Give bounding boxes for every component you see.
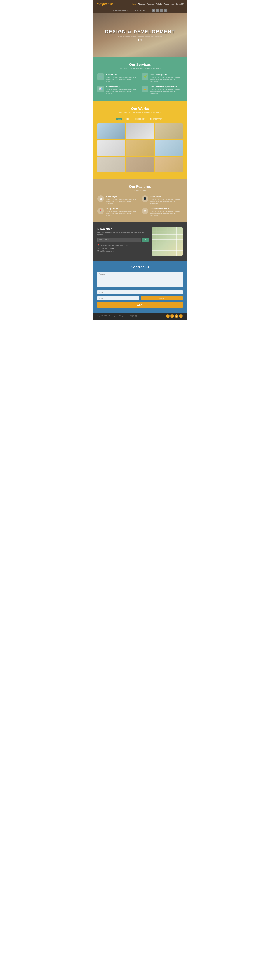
filter-all[interactable]: ALL (116, 118, 122, 121)
service-security-title: Web Security & Optimization (150, 86, 182, 88)
feature-images: 🖼 Free Images Quis autem vel eum iure re… (98, 196, 138, 204)
nav-home[interactable]: Home (132, 3, 136, 5)
submit-button[interactable]: Submit (141, 296, 182, 300)
newsletter-address: 📍 Newyork 500 Road, 756 gt global Place. (98, 244, 149, 246)
address-icon: 📍 (98, 244, 99, 246)
email-submit-row: Submit (98, 296, 182, 300)
service-marketing-title: Web Marketing (106, 86, 138, 88)
footer-linkedin-icon[interactable]: in (175, 314, 178, 318)
features-section: Our Features Some Key Points 🖼 Free Imag… (93, 178, 187, 223)
marketing-icon: 📊 (98, 86, 104, 92)
email-icon: ✉ (113, 10, 114, 11)
map-road-v1 (161, 227, 162, 256)
hero-content: DESIGN & DEVELOPMENT Lorem ipsum dolor s… (105, 29, 175, 41)
work-item-8[interactable] (126, 157, 154, 172)
map-road-h2 (152, 239, 182, 240)
navbar: Perspective Home About Us Features Portf… (93, 0, 187, 8)
service-webdev-title: Web Development (150, 73, 182, 76)
footer-social: f p in t (166, 314, 182, 318)
work-item-5[interactable] (126, 140, 154, 156)
hero-dot-2[interactable] (141, 39, 142, 41)
map-road-h1 (152, 234, 182, 234)
pinterest-icon[interactable]: p (156, 9, 159, 12)
feature-images-title: Free Images (106, 196, 138, 197)
newsletter-email-input[interactable] (98, 237, 141, 242)
nav-portfolio[interactable]: Portfolio (155, 3, 162, 5)
works-section: Our Works Sed ut perspiciatis unde omnis… (93, 101, 187, 178)
newsletter-left: Newsletter Enter your email and subscrib… (98, 227, 149, 256)
service-ecommerce-desc: Quis autem vel eum iure reprehenderit qu… (106, 76, 138, 82)
message-textarea[interactable] (98, 272, 182, 287)
site-logo[interactable]: Perspective (96, 2, 113, 6)
nav-blog[interactable]: Blog (170, 3, 174, 5)
map-road-v3 (176, 227, 177, 256)
footer-twitter-icon[interactable]: t (179, 314, 182, 318)
nav-contact[interactable]: Contact Us (176, 3, 184, 5)
nav-pages[interactable]: Pages (164, 3, 169, 5)
contact-title: Contact Us (98, 265, 182, 269)
responsive-icon: 📱 (142, 196, 148, 202)
newsletter-submit-button[interactable]: Go! (142, 237, 149, 242)
social-links: f p in t (152, 9, 167, 12)
feature-responsive-desc: Quis autem vel eum iure reprehenderit qu… (150, 198, 182, 204)
services-grid: 🛒 E-commerce Quis autem vel eum iure rep… (98, 73, 182, 95)
works-subtitle: Sed ut perspiciatis unde omnis iste natu… (98, 112, 182, 113)
work-item-7[interactable] (98, 157, 125, 172)
work-item-3[interactable] (155, 124, 182, 139)
work-item-1[interactable] (98, 124, 125, 139)
linkedin-icon[interactable]: in (160, 9, 163, 12)
filter-logo[interactable]: LOGO DESIGN (133, 118, 147, 121)
filter-web[interactable]: WEB (124, 118, 131, 121)
service-ecommerce-title: E-commerce (106, 73, 138, 76)
clear-button[interactable]: Clear (98, 302, 182, 308)
nav-features[interactable]: Features (147, 3, 154, 5)
hero-dot-1[interactable] (138, 39, 139, 41)
facebook-icon[interactable]: f (152, 9, 155, 12)
map-road-v2 (170, 227, 170, 256)
filter-photo[interactable]: PHOTOGRAPHY (149, 118, 164, 121)
service-webdev: 🌱 Web Development Quis autem vel eum iur… (142, 73, 182, 82)
maps-icon: 📍 (98, 208, 104, 214)
service-security: 🔒 Web Security & Optimization Quis autem… (142, 86, 182, 94)
map-road-h3 (152, 245, 182, 245)
service-marketing: 📊 Web Marketing Quis autem vel eum iure … (98, 86, 138, 94)
security-icon: 🔒 (142, 86, 148, 92)
contact-phone: 📞 +0943 976 988 (133, 10, 146, 11)
works-grid (98, 124, 182, 172)
email-input[interactable] (98, 296, 139, 300)
footer-facebook-icon[interactable]: f (166, 314, 170, 318)
ecommerce-icon: 🛒 (98, 73, 104, 80)
phone-icon: 📞 (133, 10, 134, 11)
feature-responsive-title: Responsive (150, 196, 182, 197)
services-subtitle: Sed ut perspiciatis unde omnis iste natu… (98, 68, 182, 69)
message-field (98, 272, 182, 288)
footer-pinterest-icon[interactable]: p (170, 314, 174, 318)
newsletter-section: Newsletter Enter your email and subscrib… (93, 223, 187, 261)
map-overlay (152, 227, 182, 256)
webdev-icon: 🌱 (142, 73, 148, 80)
footer: Copyright © 2016 Company name All rights… (93, 313, 187, 320)
mail-icon: ✉ (98, 250, 99, 252)
services-section: Our Services Sed ut perspiciatis unde om… (93, 57, 187, 101)
hero-title: DESIGN & DEVELOPMENT (105, 29, 175, 35)
feature-images-desc: Quis autem vel eum iure reprehenderit qu… (106, 198, 138, 204)
map-road-h4 (152, 250, 182, 251)
features-subtitle: Some Key Points (98, 189, 182, 191)
footer-copyright: Copyright © 2016 Company name All rights… (98, 315, 138, 317)
features-grid: 🖼 Free Images Quis autem vel eum iure re… (98, 196, 182, 216)
contact-form: Submit Clear (98, 272, 182, 308)
work-item-6[interactable] (155, 140, 182, 156)
newsletter-title: Newsletter (98, 227, 149, 231)
service-ecommerce: 🛒 E-commerce Quis autem vel eum iure rep… (98, 73, 138, 82)
nav-about[interactable]: About Us (138, 3, 145, 5)
newsletter-form: Go! (98, 237, 149, 242)
work-item-9[interactable] (155, 157, 182, 172)
work-item-4[interactable] (98, 140, 125, 156)
name-input[interactable] (98, 290, 182, 294)
work-item-2[interactable] (126, 124, 154, 139)
twitter-icon[interactable]: t (164, 9, 167, 12)
newsletter-info: 📍 Newyork 500 Road, 756 gt global Place.… (98, 244, 149, 252)
feature-customizable: ⚙ Easily Customizable Quis autem vel eum… (142, 208, 182, 216)
top-bar: ✉ info@example.com 📞 +0943 976 988 f p i… (93, 8, 187, 13)
features-title: Our Features (98, 185, 182, 189)
